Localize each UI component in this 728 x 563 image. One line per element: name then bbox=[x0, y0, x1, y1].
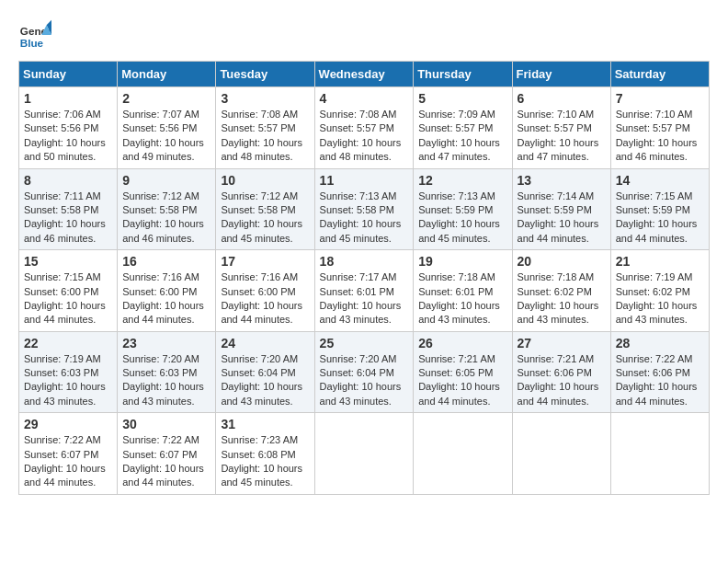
header-thursday: Thursday bbox=[414, 62, 512, 87]
header-sunday: Sunday bbox=[19, 62, 118, 87]
calendar-cell-5: 5 Sunrise: 7:09 AM Sunset: 5:57 PM Dayli… bbox=[414, 87, 512, 169]
weekday-header-row: Sunday Monday Tuesday Wednesday Thursday… bbox=[19, 62, 710, 87]
day-info: Sunrise: 7:14 AM Sunset: 5:59 PM Dayligh… bbox=[518, 190, 606, 247]
calendar-cell-12: 12 Sunrise: 7:13 AM Sunset: 5:59 PM Dayl… bbox=[414, 168, 512, 250]
day-info: Sunrise: 7:21 AM Sunset: 6:06 PM Dayligh… bbox=[518, 352, 606, 409]
calendar-cell-3: 3 Sunrise: 7:08 AM Sunset: 5:57 PM Dayli… bbox=[216, 87, 314, 169]
day-number: 27 bbox=[518, 336, 606, 350]
calendar-cell-empty bbox=[314, 413, 414, 495]
day-number: 7 bbox=[616, 91, 704, 106]
calendar-cell-30: 30 Sunrise: 7:22 AM Sunset: 6:07 PM Dayl… bbox=[118, 413, 216, 495]
day-info: Sunrise: 7:13 AM Sunset: 5:58 PM Dayligh… bbox=[320, 190, 409, 247]
day-info: Sunrise: 7:20 AM Sunset: 6:03 PM Dayligh… bbox=[122, 352, 210, 409]
header-friday: Friday bbox=[512, 62, 610, 87]
calendar-cell-1: 1 Sunrise: 7:06 AM Sunset: 5:56 PM Dayli… bbox=[19, 87, 118, 169]
calendar-cell-11: 11 Sunrise: 7:13 AM Sunset: 5:58 PM Dayl… bbox=[314, 168, 414, 250]
logo-icon: General Blue bbox=[18, 18, 51, 52]
day-number: 28 bbox=[616, 336, 704, 350]
logo: General Blue bbox=[18, 18, 51, 52]
day-number: 29 bbox=[24, 417, 112, 431]
calendar-cell-19: 19 Sunrise: 7:18 AM Sunset: 6:01 PM Dayl… bbox=[414, 250, 512, 332]
day-number: 16 bbox=[122, 254, 210, 269]
day-info: Sunrise: 7:18 AM Sunset: 6:01 PM Dayligh… bbox=[418, 270, 506, 327]
calendar-cell-2: 2 Sunrise: 7:07 AM Sunset: 5:56 PM Dayli… bbox=[118, 87, 216, 169]
day-number: 20 bbox=[518, 254, 606, 269]
day-number: 5 bbox=[418, 91, 506, 106]
calendar-cell-17: 17 Sunrise: 7:16 AM Sunset: 6:00 PM Dayl… bbox=[216, 250, 314, 332]
calendar-cell-empty bbox=[610, 413, 709, 495]
day-info: Sunrise: 7:22 AM Sunset: 6:07 PM Dayligh… bbox=[24, 433, 112, 490]
day-number: 11 bbox=[320, 173, 409, 188]
calendar-cell-empty bbox=[512, 413, 610, 495]
calendar-cell-22: 22 Sunrise: 7:19 AM Sunset: 6:03 PM Dayl… bbox=[19, 331, 118, 413]
day-number: 19 bbox=[418, 254, 506, 269]
day-number: 2 bbox=[122, 91, 210, 106]
day-info: Sunrise: 7:22 AM Sunset: 6:06 PM Dayligh… bbox=[616, 352, 704, 409]
day-number: 4 bbox=[320, 91, 409, 106]
calendar-cell-28: 28 Sunrise: 7:22 AM Sunset: 6:06 PM Dayl… bbox=[610, 331, 709, 413]
calendar-cell-15: 15 Sunrise: 7:15 AM Sunset: 6:00 PM Dayl… bbox=[19, 250, 118, 332]
day-info: Sunrise: 7:07 AM Sunset: 5:56 PM Dayligh… bbox=[122, 108, 210, 165]
day-info: Sunrise: 7:09 AM Sunset: 5:57 PM Dayligh… bbox=[418, 108, 506, 165]
day-info: Sunrise: 7:06 AM Sunset: 5:56 PM Dayligh… bbox=[24, 108, 112, 165]
day-number: 12 bbox=[418, 173, 506, 188]
calendar-cell-10: 10 Sunrise: 7:12 AM Sunset: 5:58 PM Dayl… bbox=[216, 168, 314, 250]
calendar-cell-13: 13 Sunrise: 7:14 AM Sunset: 5:59 PM Dayl… bbox=[512, 168, 610, 250]
day-number: 31 bbox=[221, 417, 309, 431]
day-info: Sunrise: 7:19 AM Sunset: 6:02 PM Dayligh… bbox=[616, 270, 704, 327]
calendar-cell-31: 31 Sunrise: 7:23 AM Sunset: 6:08 PM Dayl… bbox=[216, 413, 314, 495]
calendar-cell-23: 23 Sunrise: 7:20 AM Sunset: 6:03 PM Dayl… bbox=[118, 331, 216, 413]
day-number: 1 bbox=[24, 91, 112, 106]
day-info: Sunrise: 7:13 AM Sunset: 5:59 PM Dayligh… bbox=[418, 190, 506, 247]
calendar-cell-18: 18 Sunrise: 7:17 AM Sunset: 6:01 PM Dayl… bbox=[314, 250, 414, 332]
calendar-cell-20: 20 Sunrise: 7:18 AM Sunset: 6:02 PM Dayl… bbox=[512, 250, 610, 332]
day-info: Sunrise: 7:21 AM Sunset: 6:05 PM Dayligh… bbox=[418, 352, 506, 409]
calendar-table: Sunday Monday Tuesday Wednesday Thursday… bbox=[18, 61, 710, 495]
day-number: 21 bbox=[616, 254, 704, 269]
header-wednesday: Wednesday bbox=[314, 62, 414, 87]
day-info: Sunrise: 7:12 AM Sunset: 5:58 PM Dayligh… bbox=[122, 190, 210, 247]
day-number: 3 bbox=[221, 91, 309, 106]
header-saturday: Saturday bbox=[610, 62, 709, 87]
calendar-cell-7: 7 Sunrise: 7:10 AM Sunset: 5:57 PM Dayli… bbox=[610, 87, 709, 169]
calendar-cell-4: 4 Sunrise: 7:08 AM Sunset: 5:57 PM Dayli… bbox=[314, 87, 414, 169]
day-info: Sunrise: 7:16 AM Sunset: 6:00 PM Dayligh… bbox=[221, 270, 309, 327]
day-number: 9 bbox=[122, 173, 210, 188]
calendar-cell-24: 24 Sunrise: 7:20 AM Sunset: 6:04 PM Dayl… bbox=[216, 331, 314, 413]
day-info: Sunrise: 7:23 AM Sunset: 6:08 PM Dayligh… bbox=[221, 433, 309, 490]
day-info: Sunrise: 7:11 AM Sunset: 5:58 PM Dayligh… bbox=[24, 190, 112, 247]
header-tuesday: Tuesday bbox=[216, 62, 314, 87]
calendar-cell-26: 26 Sunrise: 7:21 AM Sunset: 6:05 PM Dayl… bbox=[414, 331, 512, 413]
calendar-cell-9: 9 Sunrise: 7:12 AM Sunset: 5:58 PM Dayli… bbox=[118, 168, 216, 250]
calendar-cell-29: 29 Sunrise: 7:22 AM Sunset: 6:07 PM Dayl… bbox=[19, 413, 118, 495]
svg-text:Blue: Blue bbox=[20, 37, 44, 49]
day-number: 13 bbox=[518, 173, 606, 188]
header-monday: Monday bbox=[118, 62, 216, 87]
day-info: Sunrise: 7:22 AM Sunset: 6:07 PM Dayligh… bbox=[122, 433, 210, 490]
calendar-cell-14: 14 Sunrise: 7:15 AM Sunset: 5:59 PM Dayl… bbox=[610, 168, 709, 250]
day-info: Sunrise: 7:10 AM Sunset: 5:57 PM Dayligh… bbox=[616, 108, 704, 165]
day-number: 24 bbox=[221, 336, 309, 350]
day-number: 22 bbox=[24, 336, 112, 350]
day-info: Sunrise: 7:08 AM Sunset: 5:57 PM Dayligh… bbox=[320, 108, 409, 165]
page-header: General Blue bbox=[18, 18, 710, 52]
calendar-cell-empty bbox=[414, 413, 512, 495]
day-number: 15 bbox=[24, 254, 112, 269]
day-info: Sunrise: 7:20 AM Sunset: 6:04 PM Dayligh… bbox=[221, 352, 309, 409]
calendar-cell-25: 25 Sunrise: 7:20 AM Sunset: 6:04 PM Dayl… bbox=[314, 331, 414, 413]
day-number: 8 bbox=[24, 173, 112, 188]
day-number: 25 bbox=[320, 336, 409, 350]
day-info: Sunrise: 7:19 AM Sunset: 6:03 PM Dayligh… bbox=[24, 352, 112, 409]
day-info: Sunrise: 7:15 AM Sunset: 6:00 PM Dayligh… bbox=[24, 270, 112, 327]
calendar-cell-8: 8 Sunrise: 7:11 AM Sunset: 5:58 PM Dayli… bbox=[19, 168, 118, 250]
day-number: 14 bbox=[616, 173, 704, 188]
day-number: 18 bbox=[320, 254, 409, 269]
day-info: Sunrise: 7:10 AM Sunset: 5:57 PM Dayligh… bbox=[518, 108, 606, 165]
day-number: 6 bbox=[518, 91, 606, 106]
day-info: Sunrise: 7:15 AM Sunset: 5:59 PM Dayligh… bbox=[616, 190, 704, 247]
day-info: Sunrise: 7:16 AM Sunset: 6:00 PM Dayligh… bbox=[122, 270, 210, 327]
day-number: 23 bbox=[122, 336, 210, 350]
day-info: Sunrise: 7:17 AM Sunset: 6:01 PM Dayligh… bbox=[320, 270, 409, 327]
day-info: Sunrise: 7:08 AM Sunset: 5:57 PM Dayligh… bbox=[221, 108, 309, 165]
day-number: 30 bbox=[122, 417, 210, 431]
